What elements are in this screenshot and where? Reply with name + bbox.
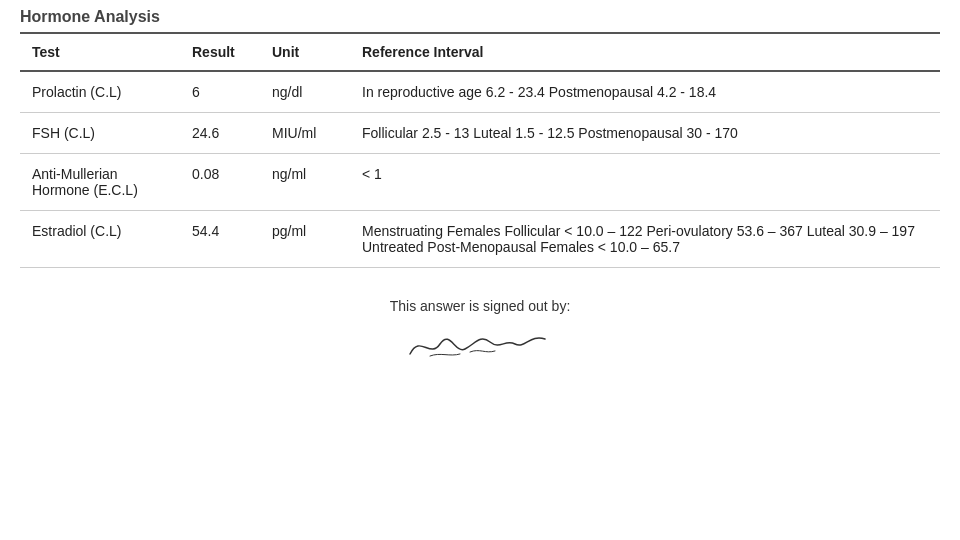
table-wrapper: Test Result Unit Reference Interval Prol…: [0, 32, 960, 268]
cell-result-2: 0.08: [180, 154, 260, 211]
col-header-test: Test: [20, 33, 180, 71]
cell-reference-2: < 1: [350, 154, 940, 211]
cell-result-3: 54.4: [180, 211, 260, 268]
cell-test-3: Estradiol (C.L): [20, 211, 180, 268]
cell-unit-1: MIU/ml: [260, 113, 350, 154]
cell-unit-2: ng/ml: [260, 154, 350, 211]
table-row: Prolactin (C.L)6ng/dlIn reproductive age…: [20, 71, 940, 113]
col-header-unit: Unit: [260, 33, 350, 71]
cell-reference-1: Follicular 2.5 - 13 Luteal 1.5 - 12.5 Po…: [350, 113, 940, 154]
cell-result-1: 24.6: [180, 113, 260, 154]
signature-line: [20, 324, 940, 364]
cell-test-0: Prolactin (C.L): [20, 71, 180, 113]
table-row: Estradiol (C.L)54.4pg/mlMenstruating Fem…: [20, 211, 940, 268]
col-header-reference: Reference Interval: [350, 33, 940, 71]
cell-test-2: Anti-Mullerian Hormone (E.C.L): [20, 154, 180, 211]
results-table: Test Result Unit Reference Interval Prol…: [20, 32, 940, 268]
cell-result-0: 6: [180, 71, 260, 113]
cell-reference-0: In reproductive age 6.2 - 23.4 Postmenop…: [350, 71, 940, 113]
footer-section: This answer is signed out by:: [0, 268, 960, 374]
signed-out-text: This answer is signed out by:: [20, 298, 940, 314]
signature-image: [400, 324, 560, 364]
cell-unit-0: ng/dl: [260, 71, 350, 113]
table-row: FSH (C.L)24.6MIU/mlFollicular 2.5 - 13 L…: [20, 113, 940, 154]
cell-unit-3: pg/ml: [260, 211, 350, 268]
col-header-result: Result: [180, 33, 260, 71]
page-header: Hormone Analysis: [0, 0, 960, 32]
page-title: Hormone Analysis: [20, 8, 160, 25]
page-container: Hormone Analysis Test Result Unit Refere…: [0, 0, 960, 374]
table-header-row: Test Result Unit Reference Interval: [20, 33, 940, 71]
table-row: Anti-Mullerian Hormone (E.C.L)0.08ng/ml<…: [20, 154, 940, 211]
cell-reference-3: Menstruating Females Follicular < 10.0 –…: [350, 211, 940, 268]
cell-test-1: FSH (C.L): [20, 113, 180, 154]
